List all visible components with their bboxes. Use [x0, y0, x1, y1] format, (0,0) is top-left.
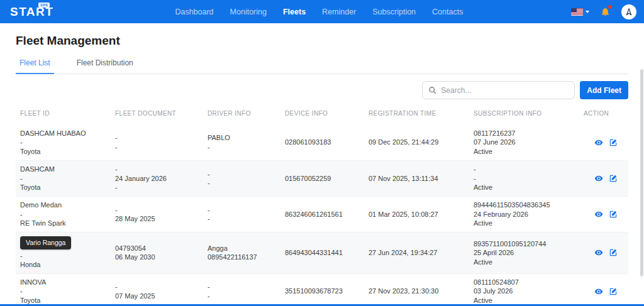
nav-item-fleets[interactable]: Fleets [283, 8, 306, 16]
brand-logo[interactable]: START GPS [10, 6, 53, 18]
edit-fleet-button[interactable] [609, 174, 618, 183]
cell-line: - [115, 183, 203, 192]
cell-line: Toyota [20, 147, 111, 156]
cell-line: - [20, 287, 111, 296]
cell-line: - [115, 282, 203, 292]
cell-line: Honda [20, 260, 111, 270]
cell-line: 028061093183 [285, 138, 364, 147]
cell-line: 04793054 [115, 244, 203, 253]
edit-icon [609, 174, 618, 183]
cell-device-info: 864943044331441 [280, 236, 364, 270]
cell-driver-info: -- [203, 200, 280, 228]
nav-item-reminder[interactable]: Reminder [322, 8, 356, 16]
view-fleet-button[interactable] [594, 210, 603, 219]
cell-fleet-document: -- [111, 128, 203, 156]
cell-line: - [115, 133, 203, 143]
edit-icon [609, 248, 618, 257]
table-row: DASHCAM HUABAO-Toyota--PABLO-02806109318… [16, 124, 628, 160]
column-header: FLEET DOCUMENT [111, 110, 203, 117]
toolbar: Add Fleet [16, 81, 628, 99]
main-content: Fleet Management Fleet ListFleet Distrib… [0, 34, 644, 306]
edit-fleet-button[interactable] [609, 248, 618, 257]
view-fleet-button[interactable] [594, 248, 603, 257]
cell-actions [579, 200, 628, 228]
eye-icon [594, 248, 603, 257]
cell-line: Angga [208, 244, 280, 253]
cell-line: 27 Jun 2024, 19:34:27 [369, 248, 469, 258]
user-avatar[interactable] [621, 4, 636, 19]
cell-fleet-document: -24 January 2026- [111, 165, 203, 192]
tab-bar: Fleet ListFleet Distribution [16, 56, 628, 74]
cell-line: 27 Nov 2023, 21:30:30 [369, 287, 469, 296]
cell-line: 25 April 2026 [474, 248, 579, 258]
cell-line: - [208, 205, 280, 215]
table-row: DASHCAM-Toyota-24 January 2026---0156700… [16, 160, 628, 196]
cell-line: - [208, 143, 280, 152]
edit-fleet-button[interactable] [609, 287, 618, 296]
cell-line: - [20, 210, 111, 219]
cell-device-info: 351510093678723 [280, 278, 364, 305]
cell-line: 863246061261561 [285, 210, 364, 219]
nav-item-subscription[interactable]: Subscription [372, 8, 416, 16]
page-title: Fleet Management [16, 34, 628, 48]
nav-item-monitoring[interactable]: Monitoring [230, 8, 267, 16]
cell-line: DASHCAM [20, 165, 111, 174]
cell-registration-time: 27 Jun 2024, 19:34:27 [364, 236, 469, 270]
cell-line: - [474, 165, 579, 174]
tab-fleet-list[interactable]: Fleet List [16, 56, 54, 74]
cell-line: 03 July 2026 [474, 287, 579, 296]
cell-driver-info: -- [203, 278, 280, 305]
header-right [571, 4, 636, 19]
cell-line: 351510093678723 [285, 287, 364, 296]
cell-line: - [208, 178, 280, 188]
vertical-scrollbar[interactable] [640, 69, 643, 276]
cell-fleet-id: DASHCAM HUABAO-Toyota [16, 128, 111, 156]
cell-driver-info: Angga0895422116137 [203, 236, 280, 270]
cell-fleet-document: 0479305406 May 2030 [111, 236, 203, 270]
edit-fleet-button[interactable] [609, 210, 618, 219]
cell-device-info: 028061093183 [280, 128, 364, 156]
cell-subscription-info: 893571100109512074425 April 2026Active [469, 236, 579, 270]
cell-line: DASHCAM HUABAO [20, 129, 111, 138]
cell-fleet-id: Vario Rangga-Honda [16, 236, 111, 270]
cell-line: 06 May 2030 [115, 253, 203, 262]
cell-line: 89444611503504836345 [474, 200, 579, 210]
view-fleet-button[interactable] [594, 138, 603, 147]
cell-line: 24 January 2026 [115, 174, 203, 183]
view-fleet-button[interactable] [594, 287, 603, 296]
language-selector[interactable] [571, 8, 589, 16]
fleet-name-badge: Vario Rangga [20, 236, 71, 249]
add-fleet-button[interactable]: Add Fleet [580, 81, 628, 99]
cell-line: - [208, 282, 280, 292]
cell-line: - [20, 174, 111, 183]
cell-line: - [208, 214, 280, 224]
top-nav-bar: START GPS DashboardMonitoringFleetsRemin… [0, 0, 644, 23]
search-input[interactable] [441, 86, 569, 95]
cell-line: 09 Dec 2025, 21:44:29 [369, 138, 469, 147]
cell-line: 01 Mar 2025, 10:08:27 [369, 210, 469, 219]
table-row: INNOVA-Toyota-07 May 2025--3515100936787… [16, 273, 628, 306]
cell-registration-time: 07 Nov 2025, 13:11:34 [364, 165, 469, 192]
cell-subscription-info: 08111052480703 July 2026Active [469, 278, 579, 305]
column-header: ACTION [579, 110, 628, 117]
edit-fleet-button[interactable] [609, 138, 618, 147]
nav-item-contacts[interactable]: Contacts [432, 8, 463, 16]
cell-registration-time: 27 Nov 2023, 21:30:30 [364, 278, 469, 305]
nav-item-dashboard[interactable]: Dashboard [175, 8, 213, 16]
cell-line: Active [474, 258, 579, 267]
tab-fleet-distribution[interactable]: Fleet Distribution [73, 56, 137, 74]
cell-line: RE Twin Spark [20, 219, 111, 228]
cell-subscription-info: 0811721623707 June 2026Active [469, 128, 579, 156]
cell-line: INNOVA [20, 278, 111, 287]
cell-line: 864943044331441 [285, 248, 364, 258]
cell-actions [579, 278, 628, 305]
fleet-table-head: FLEET IDFLEET DOCUMENTDRIVER INFODEVICE … [16, 105, 628, 124]
cell-line: 081110524807 [474, 278, 579, 287]
view-fleet-button[interactable] [594, 174, 603, 183]
us-flag-icon [571, 8, 583, 16]
notification-bell[interactable] [600, 6, 611, 17]
cell-line: 07 June 2026 [474, 138, 579, 147]
edit-icon [609, 287, 618, 296]
cell-line: - [474, 174, 579, 183]
search-box[interactable] [422, 81, 575, 99]
